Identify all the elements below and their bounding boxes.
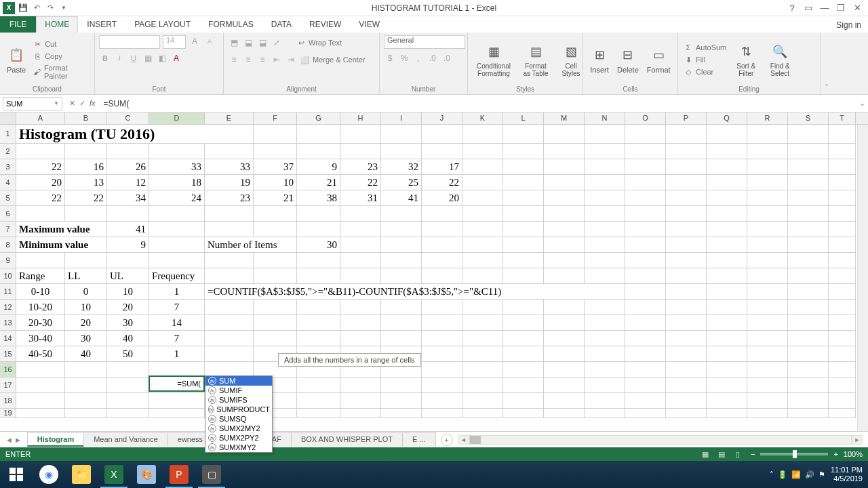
number-format-select[interactable]: General [384,35,465,49]
cell-C5[interactable]: 34 [107,190,149,206]
accounting-icon[interactable]: $ [384,52,396,64]
cell-B15[interactable]: 40 [65,346,107,362]
cell-N9[interactable] [585,253,625,268]
chevron-down-icon[interactable]: ▼ [54,100,59,106]
cell-C12[interactable]: 20 [107,300,149,315]
cell-N6[interactable] [585,206,625,222]
cell-H9[interactable] [340,253,381,268]
row-header-9[interactable]: 9 [0,253,16,268]
cell-Q13[interactable] [707,315,747,331]
cell-H7[interactable] [340,222,381,237]
cell-M16[interactable] [544,362,585,378]
cell-H17[interactable] [340,378,381,393]
shrink-font-icon[interactable]: A [203,35,216,47]
cell-R11[interactable] [747,284,788,300]
cell-O4[interactable] [625,175,666,190]
tab-insert[interactable]: INSERT [78,16,125,33]
cell-M5[interactable] [544,190,585,206]
cell-F4[interactable]: 10 [254,175,297,190]
cell-A11[interactable]: 0-10 [16,284,65,300]
cell-A2[interactable] [16,144,65,159]
cell-Q5[interactable] [707,190,747,206]
cell-I17[interactable] [381,378,422,393]
tray-chevron-icon[interactable]: ˄ [770,470,774,479]
close-icon[interactable]: ✕ [850,1,864,15]
cell-E14[interactable] [205,331,254,346]
cell-S6[interactable] [788,206,829,222]
cell-F10[interactable] [254,268,297,284]
cell-O10[interactable] [625,268,666,284]
cell-J12[interactable] [422,300,462,315]
cell-P17[interactable] [666,378,707,393]
cell-A18[interactable] [16,393,65,409]
cell-B13[interactable]: 20 [65,315,107,331]
cell-A9[interactable] [16,253,65,268]
name-box[interactable]: SUM▼ [3,97,62,110]
wrap-text-button[interactable]: ↩Wrap Text [295,37,343,49]
cell-H5[interactable]: 31 [340,190,381,206]
cell-D14[interactable]: 7 [149,331,205,346]
cell-R2[interactable] [747,144,788,159]
cell-E10[interactable] [205,268,254,284]
cell-Q3[interactable] [707,159,747,175]
cell-N5[interactable] [585,190,625,206]
cell-A19[interactable] [16,409,65,418]
cell-M19[interactable] [544,409,585,418]
cell-B17[interactable] [65,378,107,393]
cell-G19[interactable] [297,409,340,418]
excel-taskbar-icon[interactable]: X [98,461,130,488]
cell-T9[interactable] [829,253,856,268]
grow-font-icon[interactable]: A [189,35,201,47]
cell-K16[interactable] [462,362,503,378]
cell-T7[interactable] [829,222,856,237]
cell-M1[interactable] [544,125,585,144]
cell-B16[interactable] [65,362,107,378]
cell-Q15[interactable] [707,346,747,362]
row-header-18[interactable]: 18 [0,393,16,409]
autosum-button[interactable]: ΣAutoSum [682,42,728,53]
inc-decimal-icon[interactable]: .0 [427,52,439,64]
paste-button[interactable]: 📋Paste [4,44,28,75]
cell-K9[interactable] [462,253,503,268]
cell-L2[interactable] [503,144,544,159]
cell-M14[interactable] [544,331,585,346]
cell-Q19[interactable] [707,409,747,418]
sort-filter-button[interactable]: ⇅Sort & Filter [730,41,762,79]
cell-S4[interactable] [788,175,829,190]
cell-D2[interactable] [149,144,205,159]
cell-T3[interactable] [829,159,856,175]
cell-P14[interactable] [666,331,707,346]
cell-N3[interactable] [585,159,625,175]
sheet-tab[interactable]: E ... [402,432,436,447]
cell-F6[interactable] [254,206,297,222]
row-header-13[interactable]: 13 [0,315,16,331]
column-header-I[interactable]: I [381,113,422,124]
cell-J17[interactable] [422,378,462,393]
cell-F12[interactable] [254,300,297,315]
clear-button[interactable]: ◇Clear [682,66,728,77]
cell-M17[interactable] [544,378,585,393]
cell-I4[interactable]: 25 [381,175,422,190]
cell-O17[interactable] [625,378,666,393]
cell-L12[interactable] [503,300,544,315]
align-middle-icon[interactable]: ⬓ [242,37,254,49]
cell-E9[interactable] [205,253,254,268]
cell-T19[interactable] [829,409,856,418]
cell-P16[interactable] [666,362,707,378]
cell-J13[interactable] [422,315,462,331]
cell-I12[interactable] [381,300,422,315]
cell-S12[interactable] [788,300,829,315]
column-header-L[interactable]: L [503,113,544,124]
cell-O2[interactable] [625,144,666,159]
cell-B2[interactable] [65,144,107,159]
italic-icon[interactable]: I [113,52,125,64]
tab-page-layout[interactable]: PAGE LAYOUT [125,16,199,33]
cell-D3[interactable]: 33 [149,159,205,175]
cell-P10[interactable] [666,268,707,284]
cell-G5[interactable]: 38 [297,190,340,206]
restore-icon[interactable]: ❐ [834,1,848,15]
cell-R12[interactable] [747,300,788,315]
column-header-P[interactable]: P [666,113,707,124]
column-header-H[interactable]: H [340,113,381,124]
cell-H4[interactable]: 22 [340,175,381,190]
